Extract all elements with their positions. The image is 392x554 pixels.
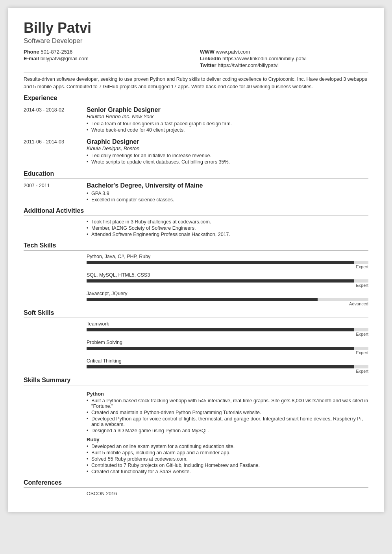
skill-bar-container: Expert <box>87 261 368 269</box>
skill-bar-track <box>87 328 368 331</box>
experience-title: Experience <box>24 95 368 103</box>
linkedin-value: https://www.linkedin.com/in/billy-patvi <box>222 56 307 61</box>
ruby-skill-block: Ruby Developed an online exam system for… <box>87 437 368 474</box>
skill-name-label: Problem Solving <box>87 340 368 345</box>
experience-row-1: 2011-06 - 2014-03 Graphic Designer Kibul… <box>24 138 368 165</box>
skill-row: TeamworkExpert <box>24 321 368 336</box>
first-name: Billy <box>24 20 57 36</box>
activities-bullets: Took first place in 3 Ruby challenges at… <box>87 219 368 237</box>
list-item: Took first place in 3 Ruby challenges at… <box>87 219 368 225</box>
skill-level-label: Expert <box>356 332 368 336</box>
skill-empty-col <box>24 254 87 269</box>
linkedin-item: LinkedIn https://www.linkedin.com/in/bil… <box>200 56 368 61</box>
twitter-label: Twitter <box>200 62 216 68</box>
conferences-section: Conferences OSCON 2016 <box>24 479 368 496</box>
list-item: Built a Python-based stock tracking weba… <box>87 398 368 409</box>
email-value: billypatvi@gmail.com <box>41 56 89 61</box>
activities-row: Took first place in 3 Ruby challenges at… <box>24 219 368 238</box>
skill-name-label: Teamwork <box>87 321 368 327</box>
list-item: Built 5 mobile apps, including an alarm … <box>87 450 368 455</box>
skill-bar-fill <box>87 261 354 264</box>
tech-skills-container: Python, Java, C#, PHP, RubyExpertSQL, My… <box>24 254 368 306</box>
skills-summary-title: Skills Summary <box>24 377 368 385</box>
skill-bar-container: Expert <box>87 347 368 355</box>
skill-bar-track <box>87 298 368 301</box>
ruby-skill-name: Ruby <box>87 437 368 442</box>
skill-level-label: Advanced <box>349 301 368 306</box>
skill-detail-col: Python, Java, C#, PHP, RubyExpert <box>87 254 368 269</box>
skill-name-label: Critical Thinking <box>87 358 368 364</box>
list-item: Led a team of four designers in a fast-p… <box>87 121 368 126</box>
python-skill-block: Python Built a Python-based stock tracki… <box>87 391 368 433</box>
summary-text: Results-driven software developer, seeki… <box>24 72 368 91</box>
skill-row: SQL, MySQL, HTML5, CSS3Expert <box>24 272 368 288</box>
edu-bullets-0: GPA 3.9 Excelled in computer science cla… <box>87 191 368 203</box>
phone-value: 501-872-2516 <box>41 49 72 55</box>
list-item: Member, IAENG Society of Software Engine… <box>87 225 368 231</box>
activities-date-empty <box>24 219 87 238</box>
skill-detail-col: Problem SolvingExpert <box>87 340 368 355</box>
list-item: Created and maintain a Python-driven Pyt… <box>87 410 368 415</box>
skill-level-label: Expert <box>356 264 368 269</box>
job-title: Software Developer <box>24 37 368 45</box>
skill-bar-container: Expert <box>87 365 368 374</box>
conferences-empty <box>24 491 87 496</box>
list-item: Wrote back-end code for 40 client projec… <box>87 127 368 133</box>
edu-detail-0: Bachelor's Degree, University of Maine G… <box>87 182 368 203</box>
skill-bar-fill <box>87 365 354 368</box>
tech-skills-title: Tech Skills <box>24 242 368 251</box>
twitter-item: Twitter https://twitter.com/billypatvi <box>200 62 368 68</box>
python-skill-name: Python <box>87 391 368 397</box>
skill-empty-col <box>24 321 87 336</box>
soft-skills-section: Soft Skills TeamworkExpertProblem Solvin… <box>24 309 368 374</box>
www-value: www.patvi.com <box>216 49 250 55</box>
list-item: Wrote scripts to update client databases… <box>87 159 368 165</box>
phone-label: Phone <box>24 49 39 55</box>
skill-row: Javascript, JQueryAdvanced <box>24 291 368 306</box>
exp-title-0: Senior Graphic Designer <box>87 106 368 113</box>
conferences-content: OSCON 2016 <box>87 491 368 496</box>
skill-bar-track <box>87 279 368 283</box>
skill-empty-col <box>24 340 87 355</box>
edu-row-0: 2007 - 2011 Bachelor's Degree, Universit… <box>24 182 368 203</box>
skill-empty-col <box>24 291 87 306</box>
experience-row-0: 2014-03 - 2018-02 Senior Graphic Designe… <box>24 106 368 134</box>
experience-section: Experience 2014-03 - 2018-02 Senior Grap… <box>24 95 368 165</box>
exp-dates-0: 2014-03 - 2018-02 <box>24 106 87 134</box>
list-item: Developed an online exam system for a co… <box>87 444 368 449</box>
exp-company-1: Kibula Designs, Boston <box>87 145 368 151</box>
exp-bullets-1: Led daily meetings for an initiative to … <box>87 153 368 165</box>
ruby-bullets: Developed an online exam system for a co… <box>87 444 368 474</box>
skill-bar-container: Expert <box>87 328 368 336</box>
skill-name-label: Python, Java, C#, PHP, Ruby <box>87 254 368 259</box>
skill-bar-container: Advanced <box>87 298 368 306</box>
skill-bar-track <box>87 261 368 264</box>
list-item: Designed a 3D Maze game using Python and… <box>87 428 368 433</box>
skills-summary-empty <box>24 389 87 475</box>
activities-section: Additional Activities Took first place i… <box>24 207 368 238</box>
skill-name-label: Javascript, JQuery <box>87 291 368 296</box>
activities-detail: Took first place in 3 Ruby challenges at… <box>87 219 368 238</box>
conferences-row: OSCON 2016 <box>24 491 368 496</box>
last-name: Patvi <box>57 20 91 36</box>
skill-empty-col <box>24 272 87 288</box>
linkedin-label: LinkedIn <box>200 56 221 61</box>
skill-bar-fill <box>87 328 354 331</box>
phone-item: Phone 501-872-2516 <box>24 49 192 55</box>
twitter-value: https://twitter.com/billypatvi <box>218 62 279 68</box>
list-item: Developed Python app for voice control o… <box>87 416 368 427</box>
conferences-title: Conferences <box>24 479 368 488</box>
email-item: E-mail billypatvi@gmail.com <box>24 56 192 61</box>
skills-summary-row: Python Built a Python-based stock tracki… <box>24 389 368 475</box>
skill-row: Python, Java, C#, PHP, RubyExpert <box>24 254 368 269</box>
skill-row: Problem SolvingExpert <box>24 340 368 355</box>
exp-detail-1: Graphic Designer Kibula Designs, Boston … <box>87 138 368 165</box>
skill-level-label: Expert <box>356 283 368 288</box>
skill-detail-col: TeamworkExpert <box>87 321 368 336</box>
skill-row: Critical ThinkingExpert <box>24 358 368 374</box>
full-name: Billy Patvi <box>24 20 368 36</box>
skill-empty-col <box>24 358 87 374</box>
skill-bar-fill <box>87 279 354 283</box>
list-item: Created chat functionality for a SaaS we… <box>87 469 368 474</box>
skill-detail-col: Critical ThinkingExpert <box>87 358 368 374</box>
